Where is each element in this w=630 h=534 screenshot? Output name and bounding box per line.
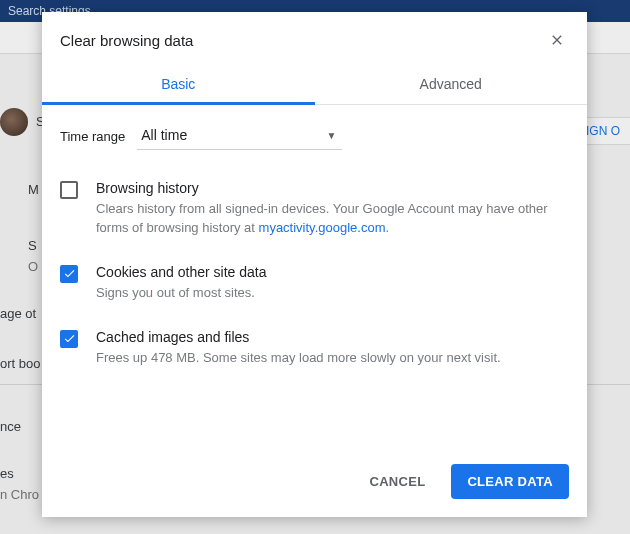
- time-range-label: Time range: [60, 129, 125, 144]
- cancel-button[interactable]: CANCEL: [353, 464, 441, 499]
- dialog-header: Clear browsing data: [42, 12, 587, 66]
- close-icon: [549, 32, 565, 48]
- clear-browsing-data-dialog: Clear browsing data Basic Advanced Time …: [42, 12, 587, 517]
- option-desc-text: .: [385, 220, 389, 235]
- close-button[interactable]: [545, 28, 569, 52]
- option-browsing-history: Browsing history Clears history from all…: [60, 170, 569, 254]
- dialog-footer: CANCEL CLEAR DATA: [42, 450, 587, 517]
- checkbox-cookies[interactable]: [60, 265, 78, 283]
- option-title: Cached images and files: [96, 329, 569, 345]
- time-range-value: All time: [141, 127, 187, 143]
- check-icon: [63, 332, 76, 345]
- option-title: Cookies and other site data: [96, 264, 569, 280]
- checkbox-browsing-history[interactable]: [60, 181, 78, 199]
- myactivity-link[interactable]: myactivity.google.com: [259, 220, 386, 235]
- check-icon: [63, 267, 76, 280]
- option-cookies: Cookies and other site data Signs you ou…: [60, 254, 569, 319]
- tab-advanced[interactable]: Advanced: [315, 66, 588, 104]
- option-title: Browsing history: [96, 180, 569, 196]
- option-cached: Cached images and files Frees up 478 MB.…: [60, 319, 569, 384]
- checkbox-cached[interactable]: [60, 330, 78, 348]
- dialog-tabs: Basic Advanced: [42, 66, 587, 105]
- clear-data-button[interactable]: CLEAR DATA: [451, 464, 569, 499]
- dialog-content: Time range All time ▼ Browsing history C…: [42, 105, 587, 450]
- dialog-title: Clear browsing data: [60, 32, 193, 49]
- time-range-row: Time range All time ▼: [60, 123, 569, 150]
- time-range-select[interactable]: All time ▼: [137, 123, 342, 150]
- chevron-down-icon: ▼: [326, 130, 336, 141]
- option-desc: Clears history from all signed-in device…: [96, 200, 569, 238]
- option-desc: Signs you out of most sites.: [96, 284, 569, 303]
- tab-basic[interactable]: Basic: [42, 66, 315, 104]
- option-desc: Frees up 478 MB. Some sites may load mor…: [96, 349, 569, 368]
